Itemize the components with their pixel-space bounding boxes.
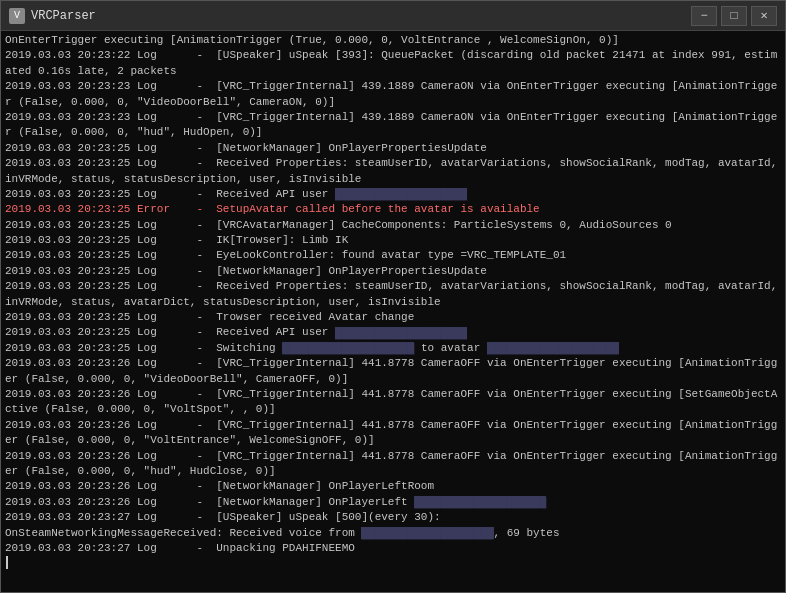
minimize-button[interactable]: − [691,6,717,26]
log-line: 2019.03.03 20:23:25 Log - Received Prope… [5,279,781,310]
window-title: VRCParser [31,9,96,23]
log-line: 2019.03.03 20:23:26 Log - [NetworkManage… [5,495,781,510]
log-line: 2019.03.03 20:23:25 Error - SetupAvatar … [5,202,781,217]
log-line: 2019.03.03 20:23:25 Log - Switching ████… [5,341,781,356]
redacted-value: ████████████████████ [414,496,546,508]
log-line: 2019.03.03 20:23:25 Log - [VRCAvatarMana… [5,218,781,233]
log-line: 2019.03.03 20:23:25 Log - [NetworkManage… [5,264,781,279]
close-button[interactable]: ✕ [751,6,777,26]
redacted-value: ████████████████████ [487,342,619,354]
log-line: 2019.03.03 20:23:26 Log - [VRC_TriggerIn… [5,356,781,387]
titlebar-controls: − □ ✕ [691,6,777,26]
log-line: 2019.03.03 20:23:25 Log - EyeLookControl… [5,248,781,263]
log-line: 2019.03.03 20:23:22 Log - [USpeaker] uSp… [5,48,781,79]
maximize-button[interactable]: □ [721,6,747,26]
log-cursor-line [5,556,781,569]
log-line: OnEnterTrigger executing [AnimationTrigg… [5,33,781,48]
log-line: 2019.03.03 20:23:23 Log - [VRC_TriggerIn… [5,79,781,110]
redacted-value: ████████████████████ [282,342,414,354]
log-output[interactable]: OnEnterTrigger executing [AnimationTrigg… [1,31,785,592]
log-line: 2019.03.03 20:23:25 Log - [NetworkManage… [5,141,781,156]
log-line: 2019.03.03 20:23:27 Log - [USpeaker] uSp… [5,510,781,525]
log-line: 2019.03.03 20:23:26 Log - [VRC_TriggerIn… [5,449,781,480]
text-cursor [6,556,8,569]
log-line: 2019.03.03 20:23:26 Log - [VRC_TriggerIn… [5,418,781,449]
main-window: V VRCParser − □ ✕ OnEnterTrigger executi… [0,0,786,593]
log-line: 2019.03.03 20:23:25 Log - Trowser receiv… [5,310,781,325]
log-line: 2019.03.03 20:23:23 Log - [VRC_TriggerIn… [5,110,781,141]
log-line: 2019.03.03 20:23:26 Log - [VRC_TriggerIn… [5,387,781,418]
log-line: 2019.03.03 20:23:25 Log - Received API u… [5,325,781,340]
redacted-value: ████████████████████ [335,188,467,200]
titlebar-left: V VRCParser [9,8,96,24]
redacted-value: ████████████████████ [335,327,467,339]
log-line: OnSteamNetworkingMessageReceived: Receiv… [5,526,781,541]
titlebar: V VRCParser − □ ✕ [1,1,785,31]
redacted-value: ████████████████████ [361,527,493,539]
log-line: 2019.03.03 20:23:25 Log - IK[Trowser]: L… [5,233,781,248]
log-line: 2019.03.03 20:23:26 Log - [NetworkManage… [5,479,781,494]
app-icon: V [9,8,25,24]
log-line: 2019.03.03 20:23:25 Log - Received API u… [5,187,781,202]
log-line: 2019.03.03 20:23:25 Log - Received Prope… [5,156,781,187]
log-line: 2019.03.03 20:23:27 Log - Unpacking PDAH… [5,541,781,556]
